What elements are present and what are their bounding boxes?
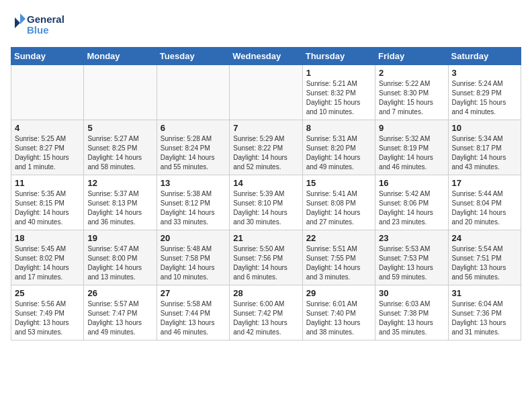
day-info: Sunrise: 6:03 AM Sunset: 7:38 PM Dayligh…	[379, 300, 444, 337]
day-info: Sunrise: 5:50 AM Sunset: 7:56 PM Dayligh…	[233, 244, 298, 282]
day-info: Sunrise: 5:29 AM Sunset: 8:22 PM Dayligh…	[233, 134, 298, 172]
calendar-week-row: 4Sunrise: 5:25 AM Sunset: 8:27 PM Daylig…	[11, 120, 521, 175]
day-info: Sunrise: 5:34 AM Sunset: 8:17 PM Dayligh…	[452, 134, 517, 172]
day-info: Sunrise: 5:45 AM Sunset: 8:02 PM Dayligh…	[15, 244, 80, 282]
calendar-day-cell: 29Sunrise: 6:01 AM Sunset: 7:40 PM Dayli…	[302, 285, 375, 340]
day-number: 25	[15, 288, 80, 298]
calendar-day-cell: 10Sunrise: 5:34 AM Sunset: 8:17 PM Dayli…	[448, 120, 521, 175]
day-info: Sunrise: 6:04 AM Sunset: 7:36 PM Dayligh…	[452, 300, 517, 337]
day-number: 15	[306, 178, 371, 188]
day-number: 26	[87, 288, 152, 298]
day-info: Sunrise: 5:22 AM Sunset: 8:30 PM Dayligh…	[379, 79, 444, 117]
weekday-header: Sunday	[11, 48, 84, 65]
calendar-day-cell: 15Sunrise: 5:41 AM Sunset: 8:08 PM Dayli…	[302, 175, 375, 230]
day-number: 9	[379, 123, 444, 133]
day-number: 19	[87, 233, 152, 243]
calendar-day-cell: 25Sunrise: 5:56 AM Sunset: 7:49 PM Dayli…	[11, 285, 84, 340]
weekday-header: Saturday	[448, 48, 521, 65]
calendar-day-cell: 31Sunrise: 6:04 AM Sunset: 7:36 PM Dayli…	[448, 285, 521, 340]
calendar-day-cell	[11, 65, 84, 120]
day-info: Sunrise: 5:42 AM Sunset: 8:06 PM Dayligh…	[379, 189, 444, 227]
calendar-day-cell: 30Sunrise: 6:03 AM Sunset: 7:38 PM Dayli…	[375, 285, 448, 340]
day-info: Sunrise: 5:27 AM Sunset: 8:25 PM Dayligh…	[87, 134, 152, 172]
day-info: Sunrise: 5:57 AM Sunset: 7:47 PM Dayligh…	[87, 300, 152, 337]
day-number: 16	[379, 178, 444, 188]
day-info: Sunrise: 5:47 AM Sunset: 8:00 PM Dayligh…	[87, 244, 152, 282]
day-number: 5	[87, 123, 152, 133]
calendar-day-cell: 8Sunrise: 5:31 AM Sunset: 8:20 PM Daylig…	[302, 120, 375, 175]
svg-marker-2	[20, 13, 26, 24]
calendar-day-cell: 23Sunrise: 5:53 AM Sunset: 7:53 PM Dayli…	[375, 230, 448, 285]
weekday-header: Friday	[375, 48, 448, 65]
calendar-week-row: 25Sunrise: 5:56 AM Sunset: 7:49 PM Dayli…	[11, 285, 521, 340]
day-number: 23	[379, 233, 444, 243]
calendar-day-cell: 17Sunrise: 5:44 AM Sunset: 8:04 PM Dayli…	[448, 175, 521, 230]
calendar-day-cell: 21Sunrise: 5:50 AM Sunset: 7:56 PM Dayli…	[230, 230, 302, 285]
day-number: 6	[161, 123, 226, 133]
page-header: GeneralBlue	[11, 11, 521, 40]
calendar-week-row: 11Sunrise: 5:35 AM Sunset: 8:15 PM Dayli…	[11, 175, 521, 230]
calendar-day-cell: 18Sunrise: 5:45 AM Sunset: 8:02 PM Dayli…	[11, 230, 84, 285]
day-info: Sunrise: 5:44 AM Sunset: 8:04 PM Dayligh…	[452, 189, 517, 227]
calendar-day-cell	[230, 65, 302, 120]
calendar-day-cell: 24Sunrise: 5:54 AM Sunset: 7:51 PM Dayli…	[448, 230, 521, 285]
day-info: Sunrise: 6:00 AM Sunset: 7:42 PM Dayligh…	[233, 300, 298, 337]
day-info: Sunrise: 5:41 AM Sunset: 8:08 PM Dayligh…	[306, 189, 371, 227]
calendar-day-cell: 27Sunrise: 5:58 AM Sunset: 7:44 PM Dayli…	[157, 285, 229, 340]
day-info: Sunrise: 5:21 AM Sunset: 8:32 PM Dayligh…	[306, 79, 371, 117]
day-number: 22	[306, 233, 371, 243]
day-number: 8	[306, 123, 371, 133]
day-number: 31	[452, 288, 517, 298]
day-number: 1	[306, 68, 371, 78]
logo: GeneralBlue	[11, 11, 64, 40]
day-number: 4	[15, 123, 80, 133]
day-number: 12	[87, 178, 152, 188]
calendar-day-cell: 6Sunrise: 5:28 AM Sunset: 8:24 PM Daylig…	[157, 120, 229, 175]
calendar-day-cell	[157, 65, 229, 120]
calendar-day-cell: 26Sunrise: 5:57 AM Sunset: 7:47 PM Dayli…	[84, 285, 157, 340]
day-info: Sunrise: 5:31 AM Sunset: 8:20 PM Dayligh…	[306, 134, 371, 172]
weekday-header: Thursday	[302, 48, 375, 65]
day-info: Sunrise: 5:56 AM Sunset: 7:49 PM Dayligh…	[15, 300, 80, 337]
calendar-day-cell: 5Sunrise: 5:27 AM Sunset: 8:25 PM Daylig…	[84, 120, 157, 175]
day-info: Sunrise: 5:37 AM Sunset: 8:13 PM Dayligh…	[87, 189, 152, 227]
calendar-day-cell: 12Sunrise: 5:37 AM Sunset: 8:13 PM Dayli…	[84, 175, 157, 230]
day-info: Sunrise: 5:25 AM Sunset: 8:27 PM Dayligh…	[15, 134, 80, 172]
day-number: 24	[452, 233, 517, 243]
day-number: 29	[306, 288, 371, 298]
day-number: 27	[161, 288, 226, 298]
day-info: Sunrise: 5:39 AM Sunset: 8:10 PM Dayligh…	[233, 189, 298, 227]
calendar-day-cell: 13Sunrise: 5:38 AM Sunset: 8:12 PM Dayli…	[157, 175, 229, 230]
day-info: Sunrise: 5:24 AM Sunset: 8:29 PM Dayligh…	[452, 79, 517, 117]
calendar-day-cell: 28Sunrise: 6:00 AM Sunset: 7:42 PM Dayli…	[230, 285, 302, 340]
day-number: 20	[161, 233, 226, 243]
day-info: Sunrise: 5:28 AM Sunset: 8:24 PM Dayligh…	[161, 134, 226, 172]
calendar-day-cell: 19Sunrise: 5:47 AM Sunset: 8:00 PM Dayli…	[84, 230, 157, 285]
calendar-day-cell: 14Sunrise: 5:39 AM Sunset: 8:10 PM Dayli…	[230, 175, 302, 230]
calendar-day-cell: 9Sunrise: 5:32 AM Sunset: 8:19 PM Daylig…	[375, 120, 448, 175]
calendar-table: SundayMondayTuesdayWednesdayThursdayFrid…	[11, 47, 521, 340]
day-number: 10	[452, 123, 517, 133]
day-number: 21	[233, 233, 298, 243]
calendar-day-cell: 4Sunrise: 5:25 AM Sunset: 8:27 PM Daylig…	[11, 120, 84, 175]
calendar-day-cell: 3Sunrise: 5:24 AM Sunset: 8:29 PM Daylig…	[448, 65, 521, 120]
day-info: Sunrise: 6:01 AM Sunset: 7:40 PM Dayligh…	[306, 300, 371, 337]
calendar-day-cell: 2Sunrise: 5:22 AM Sunset: 8:30 PM Daylig…	[375, 65, 448, 120]
day-number: 14	[233, 178, 298, 188]
day-info: Sunrise: 5:53 AM Sunset: 7:53 PM Dayligh…	[379, 244, 444, 282]
header-row: SundayMondayTuesdayWednesdayThursdayFrid…	[11, 48, 521, 65]
day-number: 13	[161, 178, 226, 188]
calendar-day-cell: 11Sunrise: 5:35 AM Sunset: 8:15 PM Dayli…	[11, 175, 84, 230]
calendar-day-cell: 22Sunrise: 5:51 AM Sunset: 7:55 PM Dayli…	[302, 230, 375, 285]
day-number: 3	[452, 68, 517, 78]
svg-text:Blue: Blue	[27, 24, 49, 36]
day-number: 7	[233, 123, 298, 133]
day-number: 11	[15, 178, 80, 188]
day-info: Sunrise: 5:35 AM Sunset: 8:15 PM Dayligh…	[15, 189, 80, 227]
calendar-week-row: 1Sunrise: 5:21 AM Sunset: 8:32 PM Daylig…	[11, 65, 521, 120]
day-info: Sunrise: 5:48 AM Sunset: 7:58 PM Dayligh…	[161, 244, 226, 282]
day-info: Sunrise: 5:32 AM Sunset: 8:19 PM Dayligh…	[379, 134, 444, 172]
day-info: Sunrise: 5:38 AM Sunset: 8:12 PM Dayligh…	[161, 189, 226, 227]
day-number: 18	[15, 233, 80, 243]
day-number: 17	[452, 178, 517, 188]
